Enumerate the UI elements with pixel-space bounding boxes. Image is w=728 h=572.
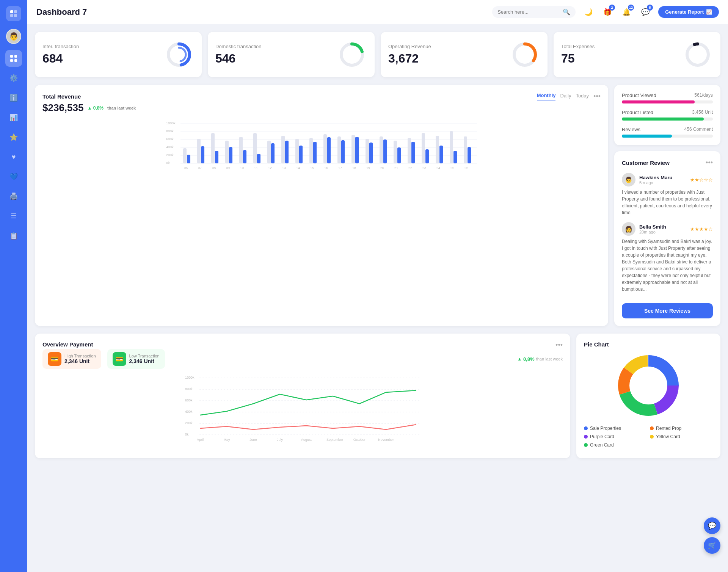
search-input[interactable] [497,9,560,15]
overview-payment-card: Overview Payment ••• 💳 High Transaction … [35,334,570,458]
svg-text:08: 08 [212,166,216,170]
high-transaction-badge: 💳 High Transaction 2,346 Unit [42,349,101,369]
legend-rented-prop: Rented Prop [650,426,713,431]
sidebar-item-settings[interactable]: ⚙️ [5,70,22,86]
search-box[interactable]: 🔍 [492,6,576,18]
svg-text:November: November [378,438,394,442]
svg-rect-86 [450,131,453,163]
sidebar-item-print[interactable]: 🖨️ [5,188,22,205]
sidebar: 👨 ⚙️ ℹ️ 📊 ⭐ ♥ 💙 🖨️ ☰ 📋 [0,0,27,572]
legend-green-card: Green Card [584,442,647,448]
metric-product-viewed: Product Viewed 561/days [622,92,713,103]
pie-section: Sale Properties Rented Prop Purple Card [584,348,713,448]
svg-text:07: 07 [198,166,202,170]
gift-icon-btn[interactable]: 🎁 2 [601,5,614,19]
sidebar-item-saved[interactable]: 💙 [5,168,22,185]
svg-rect-89 [464,136,467,163]
float-cart-button[interactable]: 🛒 [704,537,720,554]
stat-value-1: 546 [215,52,261,66]
chat-icon-btn[interactable]: 💬 5 [639,5,652,19]
svg-rect-62 [337,136,341,163]
svg-rect-6 [10,59,13,62]
review-item-1: 👩 Bella Smith 20m ago ★★★★☆ Dealing with… [622,222,713,293]
legend-sale-properties: Sale Properties [584,426,647,431]
svg-text:23: 23 [422,166,426,170]
svg-rect-47 [267,141,271,163]
metric-label-2: Reviews [622,127,640,132]
svg-text:26: 26 [464,166,468,170]
svg-rect-3 [14,14,17,17]
stat-value-0: 684 [42,52,79,66]
chat-badge: 5 [647,5,653,11]
review-stars-0: ★★☆☆☆ [690,177,713,183]
sidebar-item-likes[interactable]: ♥ [5,149,22,165]
sidebar-item-dashboard[interactable] [5,50,22,67]
reviews-more-options[interactable]: ••• [706,159,713,167]
main-content: Dashboard 7 🔍 🌙 🎁 2 🔔 12 💬 5 Generate Re… [27,0,728,572]
svg-rect-41 [239,137,243,163]
see-more-reviews-button[interactable]: See More Reviews [622,303,713,318]
reviewer-name-0: Hawkins Maru [639,175,672,180]
sidebar-item-list[interactable]: 📋 [5,227,22,244]
svg-rect-90 [468,147,471,163]
svg-text:May: May [223,438,230,442]
charts-row: Total Revenue Monthly Daily Today ••• $2… [35,85,720,326]
svg-rect-81 [425,149,429,163]
svg-rect-57 [313,142,317,163]
svg-text:24: 24 [436,166,440,170]
sidebar-logo[interactable] [6,6,21,21]
float-chat-button[interactable]: 💬 [704,517,720,534]
svg-rect-51 [285,141,289,163]
stats-row: Inter. transaction 684 Domestic transact… [35,32,720,77]
high-transaction-value: 2,346 Unit [64,358,96,364]
review-time-1: 20m ago [639,230,666,234]
svg-rect-32 [197,139,201,163]
revenue-more-options[interactable]: ••• [593,92,601,100]
donut-chart-1 [337,39,367,70]
tab-daily[interactable]: Daily [560,93,571,100]
svg-rect-66 [355,137,359,163]
stat-card-operating-revenue: Operating Revenue 3,672 [381,32,548,77]
svg-rect-65 [351,135,355,163]
metric-value-0: 561/days [694,92,713,98]
sidebar-item-analytics[interactable]: 📊 [5,109,22,126]
generate-report-button[interactable]: Generate Report 📈 [658,6,719,18]
overview-more-options[interactable]: ••• [555,341,563,349]
svg-text:400k: 400k [166,145,174,149]
trend-indicator: ▲ 0,8% [87,105,104,111]
review-text-0: I viewed a number of properties with Jus… [622,189,713,216]
tab-today[interactable]: Today [576,93,589,100]
page-title: Dashboard 7 [36,7,486,17]
svg-text:15: 15 [310,166,314,170]
svg-rect-54 [299,146,303,163]
reviews-title: Customer Review [622,160,670,166]
svg-text:16: 16 [324,166,328,170]
sidebar-item-info[interactable]: ℹ️ [5,89,22,106]
revenue-chart-tabs: Monthly Daily Today ••• [537,92,601,100]
user-avatar[interactable]: 👨 [6,29,21,44]
sidebar-item-menu[interactable]: ☰ [5,208,22,224]
metric-reviews: Reviews 456 Comment [622,127,713,138]
bottom-row: Overview Payment ••• 💳 High Transaction … [35,334,720,458]
svg-text:June: June [249,438,257,442]
svg-text:200k: 200k [185,421,193,425]
svg-rect-59 [323,134,327,163]
bell-icon-btn[interactable]: 🔔 12 [620,5,633,19]
svg-text:10: 10 [240,166,244,170]
dark-mode-toggle[interactable]: 🌙 [582,5,595,19]
svg-text:09: 09 [226,166,230,170]
svg-text:25: 25 [450,166,454,170]
overview-payment-header: Overview Payment ••• [42,341,563,349]
revenue-chart-card: Total Revenue Monthly Daily Today ••• $2… [35,85,608,326]
svg-text:14: 14 [296,166,300,170]
legend-purple-card: Purple Card [584,434,647,439]
stat-card-domestic-transaction: Domestic transaction 546 [208,32,375,77]
svg-rect-74 [394,141,397,163]
svg-text:0k: 0k [185,433,189,436]
sidebar-item-favorites[interactable]: ⭐ [5,129,22,146]
stat-label-3: Total Expenses [561,44,595,49]
svg-text:21: 21 [394,166,398,170]
tab-monthly[interactable]: Monthly [537,92,556,100]
svg-rect-29 [183,148,187,163]
svg-text:600k: 600k [166,137,174,141]
